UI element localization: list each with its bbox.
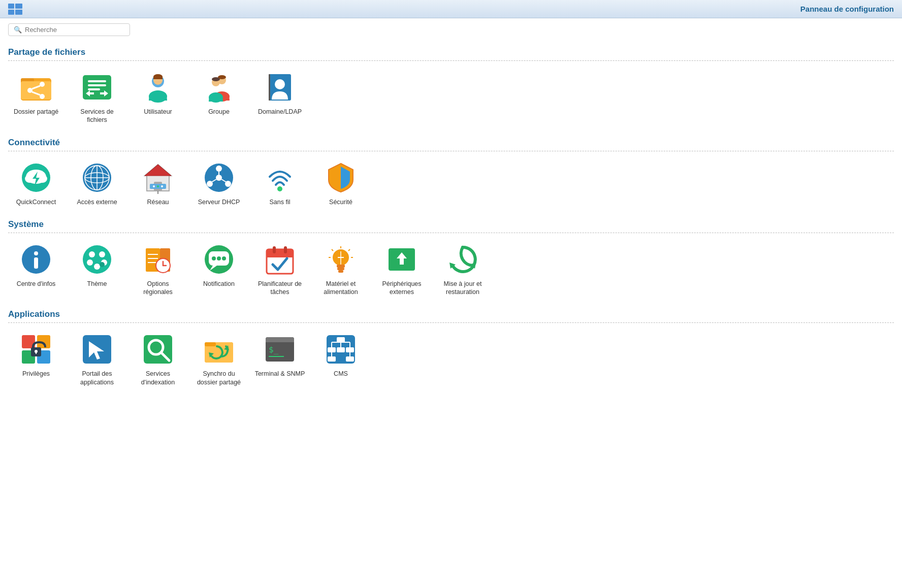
icon-reseau [142,161,174,194]
item-serveur-dhcp[interactable]: Serveur DHCP [191,158,247,209]
svg-rect-132 [337,347,345,352]
icon-dossier-partage [20,71,52,104]
label-materiel: Matériel et alimentation [315,280,367,297]
label-sans-fil: Sans fil [270,198,291,206]
item-mise-a-jour[interactable]: Mise à jour et restauration [435,240,491,300]
svg-rect-130 [337,337,345,342]
label-dossier-partage: Dossier partagé [14,108,58,116]
svg-rect-88 [267,254,293,257]
item-portail-apps[interactable]: Portail des applications [69,330,125,389]
item-sans-fil[interactable]: Sans fil [252,158,308,209]
item-groupe[interactable]: Groupe [191,68,247,127]
icon-synchro-dossier [203,333,235,366]
label-synchro-dossier: Synchro du dossier partagé [193,370,245,386]
icon-domaine-ldap [264,71,296,104]
svg-rect-16 [88,88,100,90]
section-title-connectivite: Connectivité [8,138,894,148]
icon-privileges [20,333,52,366]
icon-peripheriques [385,243,418,276]
section-title-partage: Partage de fichiers [8,47,894,57]
item-terminal[interactable]: $_ Terminal & SNMP [252,330,308,389]
label-services-indexation: Services d'indexation [132,370,184,386]
icon-grid-applications: Privilèges Portail des applications [8,330,894,394]
icon-theme [81,243,113,276]
icon-securite [325,161,357,194]
item-theme[interactable]: Thème [69,240,125,300]
item-planificateur[interactable]: Planificateur de tâches [252,240,308,300]
label-reseau: Réseau [147,198,169,206]
icon-notification [203,243,235,276]
label-terminal: Terminal & SNMP [255,370,305,378]
svg-rect-2 [8,10,14,15]
item-options-regionales[interactable]: Options régionales [130,240,186,300]
item-peripheriques[interactable]: Périphériques externes [374,240,430,300]
search-input[interactable] [25,26,124,34]
svg-point-29 [212,77,220,81]
svg-text:$_: $_ [269,345,279,354]
icon-services-indexation [142,333,174,366]
icon-quickconnect [20,161,52,194]
svg-point-49 [157,185,159,187]
svg-point-62 [34,251,38,255]
svg-point-53 [216,166,222,172]
logo-icon [8,4,22,15]
svg-point-50 [161,185,163,187]
item-notification[interactable]: Notification [191,240,247,300]
page-title: Panneau de configuration [800,5,894,13]
item-services-indexation[interactable]: Services d'indexation [130,330,186,389]
icon-utilisateur [142,71,174,104]
svg-rect-90 [284,246,287,253]
item-dossier-partage[interactable]: Dossier partagé [8,68,64,127]
svg-rect-1 [15,4,22,9]
svg-rect-32 [269,74,270,101]
divider-partage [8,60,894,61]
label-acces-externe: Accès externe [77,198,117,206]
svg-rect-7 [21,81,51,100]
section-title-systeme: Système [8,219,894,230]
item-centre-infos[interactable]: Centre d'infos [8,240,64,300]
svg-point-69 [94,264,100,270]
icon-grid-systeme: Centre d'infos Thème [8,240,894,304]
divider-applications [8,322,894,323]
svg-rect-133 [346,347,354,352]
svg-rect-135 [346,356,354,362]
svg-point-66 [99,251,105,257]
icon-cms [325,333,357,366]
svg-line-98 [348,249,350,251]
svg-rect-14 [88,80,106,82]
svg-point-70 [100,262,105,267]
label-groupe: Groupe [208,108,230,116]
item-materiel[interactable]: Matériel et alimentation [313,240,369,300]
label-services-fichiers: Services de fichiers [71,108,123,124]
item-utilisateur[interactable]: Utilisateur [130,68,186,127]
label-utilisateur: Utilisateur [144,108,172,116]
label-quickconnect: QuickConnect [16,198,56,206]
item-reseau[interactable]: Réseau [130,158,186,209]
svg-point-65 [89,251,95,257]
label-planificateur: Planificateur de tâches [254,280,306,297]
svg-rect-22 [153,77,163,79]
svg-point-9 [40,82,45,87]
label-serveur-dhcp: Serveur DHCP [198,198,240,206]
icon-options-regionales [142,243,174,276]
svg-rect-3 [15,10,22,15]
main-content: Partage de fichiers Dossier partagé [0,39,902,402]
svg-rect-94 [338,270,343,273]
search-input-wrap[interactable]: 🔍 [8,23,130,36]
svg-point-10 [40,94,45,99]
icon-acces-externe [81,161,113,194]
logo [8,4,22,15]
item-domaine-ldap[interactable]: Domaine/LDAP [252,68,308,127]
item-quickconnect[interactable]: QuickConnect [8,158,64,209]
icon-mise-a-jour [446,243,479,276]
svg-rect-121 [205,342,216,346]
item-services-fichiers[interactable]: Services de fichiers [69,68,125,127]
top-bar: Panneau de configuration [0,0,902,18]
item-cms[interactable]: CMS [313,330,369,389]
item-synchro-dossier[interactable]: Synchro du dossier partagé [191,330,247,389]
item-privileges[interactable]: Privilèges [8,330,64,389]
item-acces-externe[interactable]: Accès externe [69,158,125,209]
search-icon: 🔍 [14,26,22,34]
svg-point-85 [222,256,226,260]
item-securite[interactable]: Sécurité [313,158,369,209]
